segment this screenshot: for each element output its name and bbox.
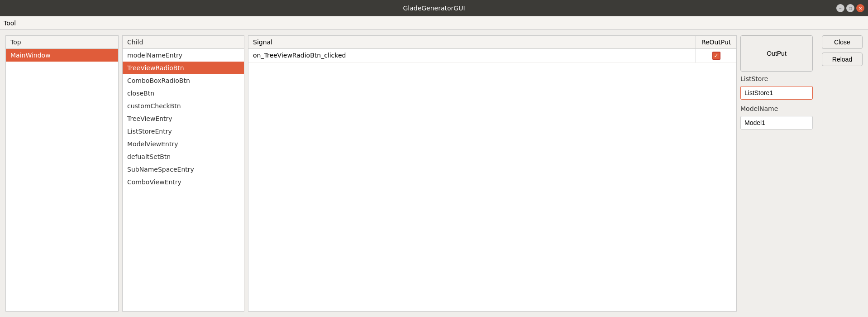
child-panel: Child modelNameEntryTreeViewRadioBtnComb… [122, 35, 244, 312]
field-sections: ListStore ModelName [740, 75, 813, 130]
top-list-item[interactable]: MainWindow [6, 49, 118, 62]
signal-col-header: Signal [248, 36, 696, 48]
child-panel-body: modelNameEntryTreeViewRadioBtnComboBoxRa… [123, 49, 244, 188]
output-section: OutPut ListStore ModelName [740, 35, 813, 130]
output-button[interactable]: OutPut [740, 35, 813, 72]
child-list-item[interactable]: closeBtn [123, 87, 244, 100]
signal-cell: on_TreeViewRadioBtn_clicked [248, 49, 696, 62]
right-area: OutPut ListStore ModelName Close Reload [740, 35, 863, 130]
main-content: Top MainWindow Child modelNameEntryTreeV… [0, 30, 868, 317]
maximize-button[interactable]: □ [846, 4, 854, 12]
child-list-item[interactable]: customCheckBtn [123, 100, 244, 112]
signal-row: on_TreeViewRadioBtn_clicked✓ [248, 49, 736, 63]
action-buttons: Close Reload [818, 35, 863, 66]
modelname-input[interactable] [740, 116, 813, 130]
liststore-label: ListStore [740, 75, 813, 82]
close-window-button[interactable]: ✕ [856, 4, 864, 12]
liststore-input[interactable] [740, 86, 813, 100]
modelname-group: ModelName [740, 105, 813, 130]
app-title: GladeGeneratorGUI [403, 5, 465, 12]
close-button[interactable]: Close [822, 35, 863, 49]
title-bar: GladeGeneratorGUI − □ ✕ [0, 0, 868, 16]
modelname-label: ModelName [740, 105, 813, 112]
signal-checkbox-cell[interactable]: ✓ [696, 49, 736, 62]
child-list-item[interactable]: modelNameEntry [123, 49, 244, 62]
child-list-item[interactable]: TreeViewRadioBtn [123, 62, 244, 74]
child-list-item[interactable]: defualtSetBtn [123, 150, 244, 163]
minimize-button[interactable]: − [836, 4, 844, 12]
child-panel-header: Child [123, 36, 244, 49]
signal-rows: on_TreeViewRadioBtn_clicked✓ [248, 49, 736, 63]
top-panel-body: MainWindow [6, 49, 118, 62]
top-panel-header: Top [6, 36, 118, 49]
menu-tool[interactable]: Tool [4, 19, 16, 27]
checked-icon[interactable]: ✓ [712, 52, 720, 60]
child-list-item[interactable]: ComboViewEntry [123, 176, 244, 188]
menu-bar: Tool [0, 16, 868, 30]
window-controls: − □ ✕ [836, 4, 864, 12]
child-list-item[interactable]: TreeViewEntry [123, 112, 244, 125]
child-list-item[interactable]: ComboBoxRadioBtn [123, 74, 244, 87]
reload-button[interactable]: Reload [822, 53, 863, 66]
child-list-item[interactable]: ModelViewEntry [123, 138, 244, 150]
liststore-group: ListStore [740, 75, 813, 100]
signal-panel: Signal ReOutPut on_TreeViewRadioBtn_clic… [248, 35, 737, 312]
child-list-item[interactable]: ListStoreEntry [123, 125, 244, 138]
top-panel: Top MainWindow [5, 35, 119, 312]
signal-panel-header: Signal ReOutPut [248, 36, 736, 49]
child-list-item[interactable]: SubNameSpaceEntry [123, 163, 244, 176]
reoutput-col-header: ReOutPut [696, 36, 736, 48]
